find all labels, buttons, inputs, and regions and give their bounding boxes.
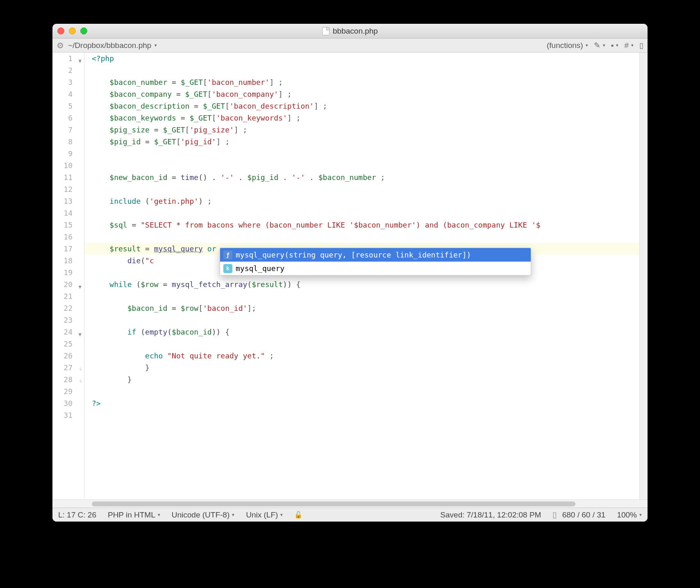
title-text: bbbacon.php: [333, 27, 378, 36]
zoom-menu[interactable]: 100%▾: [617, 511, 642, 520]
autocomplete-popup: ƒ mysql_query(string query, [resource li…: [220, 248, 531, 276]
horizontal-scrollbar[interactable]: [52, 499, 648, 508]
counterpart-menu[interactable]: ▪▾: [611, 41, 619, 50]
gear-icon[interactable]: ⚙: [57, 41, 64, 50]
autocomplete-item[interactable]: ƒ mysql_query(string query, [resource li…: [220, 248, 531, 262]
chevron-down-icon: ▾: [586, 43, 588, 48]
file-path[interactable]: ~/Dropbox/bbbacon.php ▾: [68, 41, 157, 50]
editor-window: bbbacon.php ⚙ ~/Dropbox/bbbacon.php ▾ (f…: [52, 24, 648, 522]
document-icon: ▯: [552, 510, 557, 520]
functions-menu[interactable]: (functions) ▾: [547, 41, 588, 50]
editor-area: 1▼ 2 3 4 5 6 7 8 9 10 11 12 13 14 15 16 …: [52, 52, 648, 499]
cursor-position[interactable]: L: 17 C: 26: [58, 511, 96, 520]
scrollbar-thumb[interactable]: [92, 501, 575, 506]
autocomplete-item[interactable]: k mysql_query: [220, 262, 531, 275]
document-stats[interactable]: ▯ 680 / 60 / 31: [552, 510, 605, 520]
keyword-badge-icon: k: [223, 264, 232, 273]
vertical-scrollbar[interactable]: [639, 52, 648, 499]
titlebar: bbbacon.php: [52, 24, 648, 39]
traffic-lights: [57, 27, 87, 34]
toolbar: ⚙ ~/Dropbox/bbbacon.php ▾ (functions) ▾ …: [52, 39, 648, 52]
document-icon[interactable]: ▯: [639, 41, 643, 50]
unlock-icon[interactable]: 🔓: [294, 511, 302, 519]
encoding-menu[interactable]: Unicode (UTF-8)▾: [172, 511, 234, 520]
close-button[interactable]: [57, 27, 64, 34]
includes-menu[interactable]: #▾: [624, 41, 634, 50]
window-title: bbbacon.php: [322, 27, 378, 36]
file-icon: [322, 27, 330, 35]
code-editor[interactable]: <?php $bacon_number = $_GET['bacon_numbe…: [84, 52, 639, 499]
saved-status: Saved: 7/18/11, 12:02:08 PM: [440, 511, 541, 520]
line-ending-menu[interactable]: Unix (LF)▾: [246, 511, 283, 520]
minimize-button[interactable]: [69, 27, 76, 34]
zoom-button[interactable]: [80, 27, 87, 34]
status-bar: L: 17 C: 26 PHP in HTML▾ Unicode (UTF-8)…: [52, 508, 648, 522]
function-badge-icon: ƒ: [223, 251, 232, 260]
chevron-down-icon: ▾: [155, 43, 157, 48]
line-number-gutter[interactable]: 1▼ 2 3 4 5 6 7 8 9 10 11 12 13 14 15 16 …: [52, 52, 84, 499]
language-menu[interactable]: PHP in HTML▾: [108, 511, 160, 520]
marker-menu[interactable]: ✎▾: [594, 41, 605, 50]
